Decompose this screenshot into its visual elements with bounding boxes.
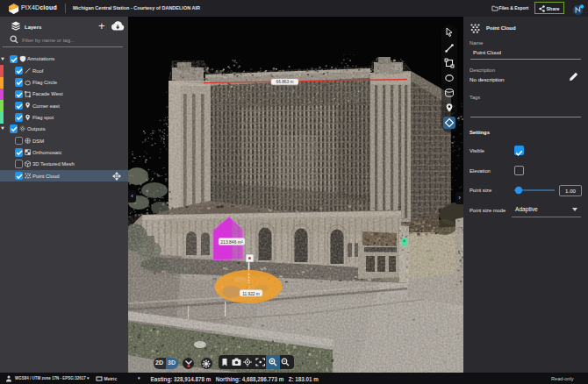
svg-text:11.922 m: 11.922 m [242, 292, 260, 296]
svg-text:66.863 m: 66.863 m [276, 80, 293, 84]
svg-text:213.846 m²: 213.846 m² [220, 239, 243, 245]
